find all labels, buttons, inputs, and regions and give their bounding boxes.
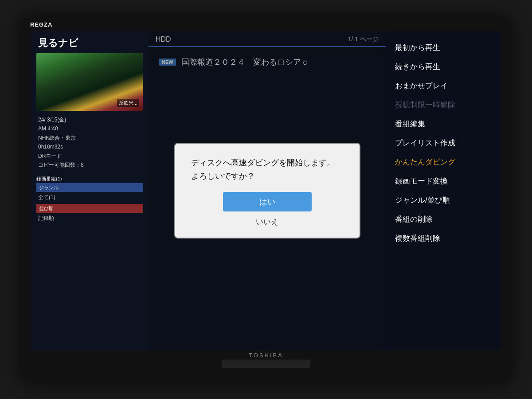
- menu-item-1[interactable]: 続きから再生: [386, 57, 501, 76]
- menu-item-9[interactable]: 番組の削除: [386, 210, 501, 229]
- program-info: 24/ 3/15(金) AM 4:40 NHK総合・東京 0h10m32s DR…: [31, 111, 149, 174]
- genre-bar: ジャンル: [36, 183, 143, 192]
- dialog-line2: よろしいですか？: [191, 169, 344, 183]
- menu-item-4[interactable]: 番組編集: [386, 114, 501, 133]
- tv-bottom-brand: TOSHIBA: [249, 352, 283, 359]
- program-copy: コピー可能回数：8: [38, 160, 141, 169]
- right-menu-panel: 最初から再生続きから再生おまかせプレイ視聴制限一時解除番組編集プレイリスト作成か…: [386, 31, 501, 350]
- genre-value: 全て(1): [31, 193, 149, 202]
- menu-item-8[interactable]: ジャンル/並び順: [386, 191, 501, 210]
- recorded-label: 録画番組(1): [36, 176, 143, 182]
- dialog-overlay: ディスクへ高速ダビングを開始します。 よろしいですか？ はい いいえ: [149, 31, 386, 350]
- dialog-message: ディスクへ高速ダビングを開始します。 よろしいですか？: [191, 156, 344, 183]
- tv-screen: 見るナビ 反欧米... 24/ 3/15(金) AM 4:40 NHK総合・東京…: [31, 31, 501, 350]
- tv-stand: [222, 360, 310, 368]
- tv-brand-logo: REGZA: [30, 21, 53, 28]
- program-mode: DRモード: [38, 152, 141, 160]
- dialog-buttons: はい いいえ: [191, 192, 344, 227]
- menu-item-10[interactable]: 複数番組削除: [386, 229, 501, 248]
- dialog-box: ディスクへ高速ダビングを開始します。 よろしいですか？ はい いいえ: [174, 143, 360, 239]
- program-duration: 0h10m32s: [38, 142, 141, 151]
- nav-title: 見るナビ: [31, 31, 149, 53]
- confirm-yes-button[interactable]: はい: [223, 192, 312, 211]
- sort-bar-label: 並び順: [39, 205, 54, 212]
- dialog-line1: ディスクへ高速ダビングを開始します。: [191, 156, 344, 170]
- menu-item-0[interactable]: 最初から再生: [386, 38, 501, 57]
- sort-bar: 並び順: [36, 204, 143, 213]
- genre-bar-label: ジャンル: [39, 184, 59, 191]
- program-thumbnail: 反欧米...: [36, 53, 143, 111]
- program-date: 24/ 3/15(金): [38, 115, 141, 124]
- sort-value: 記録順: [31, 214, 149, 223]
- main-content: HDD 1/ 1 ページ NEW 国際報道２０２４ 変わるロシアｃ ディスクへ高…: [149, 31, 386, 350]
- menu-item-5[interactable]: プレイリスト作成: [386, 133, 501, 153]
- menu-item-6[interactable]: かんたんダビング: [386, 153, 501, 172]
- menu-item-3: 視聴制限一時解除: [386, 95, 501, 114]
- program-channel: NHK総合・東京: [38, 133, 141, 142]
- thumb-overlay-text: 反欧米...: [117, 99, 139, 107]
- tv-frame: REGZA 見るナビ 反欧米... 24/ 3/15(金) AM 4:40 NH…: [22, 18, 510, 381]
- menu-item-2[interactable]: おまかせプレイ: [386, 76, 501, 95]
- menu-item-7[interactable]: 録画モード変換: [386, 172, 501, 191]
- left-panel: 見るナビ 反欧米... 24/ 3/15(金) AM 4:40 NHK総合・東京…: [31, 31, 149, 350]
- confirm-no-button[interactable]: いいえ: [256, 217, 278, 227]
- program-time: AM 4:40: [38, 124, 141, 133]
